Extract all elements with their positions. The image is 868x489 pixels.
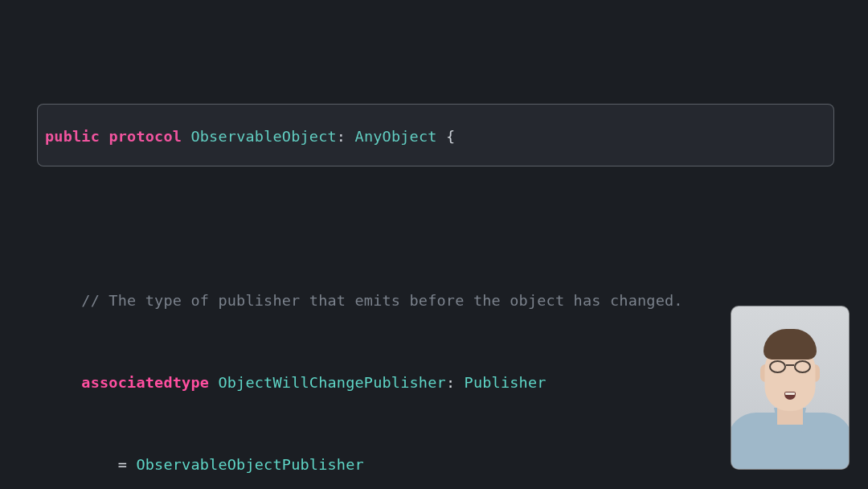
type-name: ObjectWillChangePublisher <box>218 374 445 391</box>
type-name: Publisher <box>465 374 547 391</box>
type-name: AnyObject <box>355 128 437 145</box>
type-name: ObservableObject <box>190 128 336 145</box>
code-line <box>45 208 868 229</box>
keyword-protocol: protocol <box>108 128 182 145</box>
keyword-public: public <box>45 128 100 145</box>
type-name: ObservableObjectPublisher <box>136 456 363 473</box>
presenter-pip <box>731 306 850 470</box>
code-line: public protocol ObservableObject: AnyObj… <box>45 126 868 147</box>
keyword-associatedtype: associatedtype <box>45 374 218 391</box>
